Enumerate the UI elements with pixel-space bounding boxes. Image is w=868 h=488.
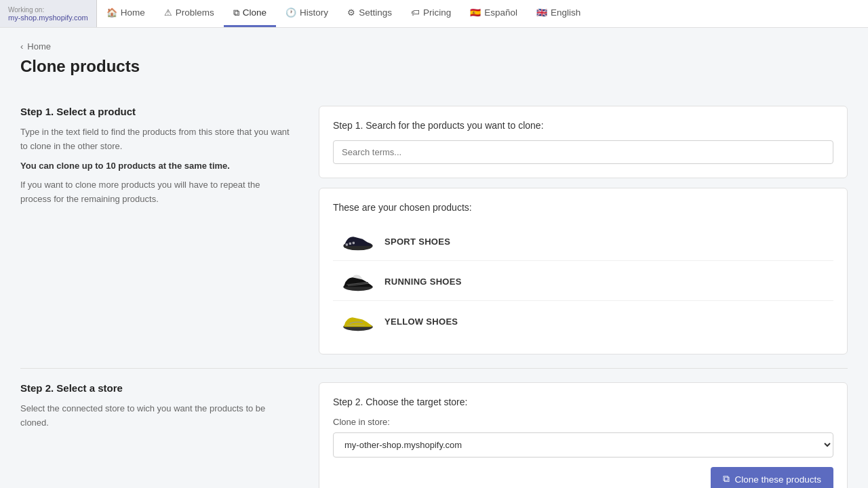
nav-items: 🏠Home⚠Problems⧉Clone🕐History⚙Settings🏷Pr…	[97, 0, 590, 27]
home-nav-icon: 🏠	[106, 7, 117, 18]
product-item-yellow-shoes: YELLOW SHOES	[333, 302, 833, 340]
search-card-title: Step 1. Search for the porducts you want…	[333, 120, 833, 131]
page-title: Clone products	[20, 57, 848, 76]
clone-button[interactable]: ⧉ Clone these products	[711, 467, 833, 488]
step1-desc1: Type in the text field to find the produ…	[20, 125, 292, 154]
clone-nav-label: Clone	[243, 7, 267, 18]
pricing-nav-label: Pricing	[423, 7, 451, 18]
product-image-sport-shoes	[341, 229, 375, 253]
product-image-running-shoes	[341, 269, 375, 293]
problems-nav-icon: ⚠	[164, 7, 172, 18]
history-nav-label: History	[300, 7, 328, 18]
step1-right: Step 1. Search for the porducts you want…	[319, 106, 848, 354]
step2-left: Step 2. Select a store Select the connec…	[20, 382, 305, 488]
main-content: ‹ Home Clone products Step 1. Select a p…	[0, 28, 868, 488]
svg-rect-8	[347, 325, 365, 326]
nav-item-pricing[interactable]: 🏷Pricing	[401, 0, 460, 27]
step2-desc: Select the connected store to wich you w…	[20, 402, 292, 430]
english-nav-label: English	[551, 7, 580, 18]
clone-button-label: Clone these products	[734, 474, 821, 485]
espanol-nav-label: Español	[484, 7, 517, 18]
breadcrumb-label: Home	[27, 41, 51, 52]
home-nav-label: Home	[121, 7, 145, 18]
step1-row: Step 1. Select a product Type in the tex…	[20, 92, 848, 369]
clone-button-icon: ⧉	[723, 474, 730, 485]
svg-rect-2	[349, 243, 351, 245]
svg-rect-3	[353, 242, 355, 244]
svg-rect-1	[346, 243, 348, 245]
navbar: Working on: my-shop.myshopify.com 🏠Home⚠…	[0, 0, 868, 28]
pricing-nav-icon: 🏷	[411, 7, 420, 18]
nav-item-problems[interactable]: ⚠Problems	[155, 0, 224, 27]
step1-desc3: If you want to clone more products you w…	[20, 178, 292, 207]
nav-item-english[interactable]: 🇬🇧English	[527, 0, 590, 27]
nav-item-history[interactable]: 🕐History	[276, 0, 338, 27]
step2-row: Step 2. Select a store Select the connec…	[20, 369, 848, 488]
step2-right: Step 2. Choose the target store: Clone i…	[319, 382, 848, 488]
product-name-yellow-shoes: YELLOW SHOES	[384, 317, 458, 327]
step1-desc2-strong: You can clone up to 10 products at the s…	[20, 161, 230, 171]
nav-item-espanol[interactable]: 🇪🇸Español	[460, 0, 527, 27]
step1-left: Step 1. Select a product Type in the tex…	[20, 106, 305, 354]
product-list: SPORT SHOES RUNNING SHOES YELLOW SHOES	[333, 222, 833, 340]
nav-item-home[interactable]: 🏠Home	[97, 0, 155, 27]
breadcrumb[interactable]: ‹ Home	[20, 41, 848, 52]
problems-nav-label: Problems	[176, 7, 214, 18]
search-card: Step 1. Search for the porducts you want…	[319, 106, 848, 178]
step1-desc2: You can clone up to 10 products at the s…	[20, 159, 292, 174]
working-on-label: Working on:	[8, 6, 88, 14]
steps-layout: Step 1. Select a product Type in the tex…	[20, 92, 848, 488]
chosen-products-card: These are your chosen products: SPORT SH…	[319, 188, 848, 354]
step2-card: Step 2. Choose the target store: Clone i…	[319, 382, 848, 488]
nav-item-settings[interactable]: ⚙Settings	[338, 0, 401, 27]
espanol-nav-icon: 🇪🇸	[470, 7, 481, 18]
product-name-sport-shoes: SPORT SHOES	[384, 237, 450, 247]
settings-nav-label: Settings	[359, 7, 392, 18]
breadcrumb-arrow: ‹	[20, 41, 23, 52]
clone-in-store-label: Clone in store:	[333, 417, 833, 427]
english-nav-icon: 🇬🇧	[536, 7, 547, 18]
store-name: my-shop.myshopify.com	[8, 14, 88, 22]
step2-card-title: Step 2. Choose the target store:	[333, 396, 833, 407]
product-item-running-shoes: RUNNING SHOES	[333, 262, 833, 301]
history-nav-icon: 🕐	[285, 7, 296, 18]
product-image-yellow-shoes	[341, 309, 375, 333]
step2-title: Step 2. Select a store	[20, 382, 292, 394]
product-name-running-shoes: RUNNING SHOES	[384, 277, 462, 287]
step1-title: Step 1. Select a product	[20, 106, 292, 117]
settings-nav-icon: ⚙	[347, 7, 355, 18]
chosen-products-title: These are your chosen products:	[333, 202, 833, 213]
clone-nav-icon: ⧉	[233, 7, 239, 18]
nav-item-clone[interactable]: ⧉Clone	[224, 0, 276, 27]
store-select[interactable]: my-other-shop.myshopify.com	[333, 432, 833, 458]
product-item-sport-shoes: SPORT SHOES	[333, 222, 833, 261]
navbar-brand: Working on: my-shop.myshopify.com	[0, 0, 97, 27]
search-input[interactable]	[333, 140, 833, 164]
